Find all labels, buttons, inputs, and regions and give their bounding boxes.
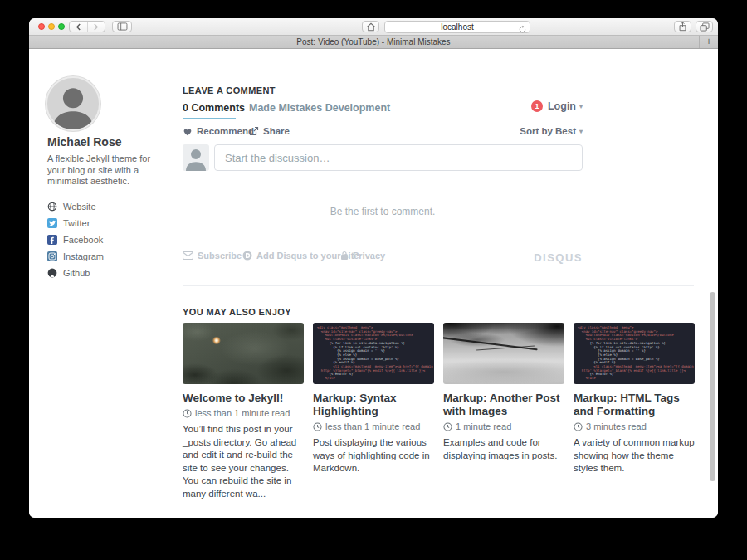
minimize-window-button[interactable]: [48, 23, 55, 30]
clock-icon: [183, 409, 192, 418]
forum-name-link[interactable]: Made Mistakes Development: [249, 102, 390, 114]
sidebar-link-twitter[interactable]: Twitter: [47, 215, 104, 231]
home-button[interactable]: [362, 21, 379, 32]
new-tab-button[interactable]: +: [699, 36, 718, 48]
sidebar-link-github[interactable]: Github: [47, 265, 104, 281]
globe-icon: [47, 202, 57, 212]
subscribe-label: Subscribe: [198, 251, 242, 261]
read-time-label: less than 1 minute read: [325, 421, 420, 431]
reload-icon: [518, 25, 527, 34]
person-silhouette-icon: [47, 78, 99, 129]
tab-overview-button[interactable]: [696, 21, 713, 32]
vertical-scrollbar[interactable]: [710, 292, 715, 481]
related-posts: Welcome to Jekyll! less than 1 minute re…: [183, 323, 695, 500]
sidebar-link-facebook[interactable]: Facebook: [47, 231, 104, 248]
chevron-down-icon: ▾: [579, 103, 583, 110]
sidebar-link-instagram[interactable]: Instagram: [47, 248, 104, 265]
commenter-avatar: [183, 144, 209, 171]
clock-icon: [313, 422, 322, 431]
active-tab-underline: [183, 118, 236, 119]
related-card: Markup: Another Post with Images 1 minut…: [443, 323, 564, 500]
login-label: Login: [548, 100, 576, 112]
sidebar-toggle-button[interactable]: [112, 21, 132, 32]
facebook-icon: [47, 235, 57, 245]
sidebar-link-label: Facebook: [63, 235, 103, 245]
empty-comments-message: Be the first to comment.: [183, 206, 583, 217]
chevron-left-icon: [76, 23, 81, 31]
share-thread-button[interactable]: Share: [249, 126, 290, 136]
disqus-header: 0 Comments Made Mistakes Development 1 L…: [183, 99, 583, 119]
author-avatar: [46, 76, 100, 131]
card-read-time: less than 1 minute read: [183, 408, 304, 418]
share-arrow-icon: [249, 126, 259, 136]
card-image-foam-droplet[interactable]: [183, 323, 304, 384]
read-time-label: 3 minutes read: [586, 421, 647, 431]
sort-label: Sort by Best: [520, 126, 576, 136]
read-time-label: less than 1 minute read: [195, 408, 290, 418]
tab-bar: Post: Video (YouTube) - Minimal Mistakes…: [29, 36, 718, 49]
comment-count-tab[interactable]: 0 Comments: [183, 102, 245, 114]
read-time-label: 1 minute read: [456, 421, 511, 431]
clock-icon: [574, 422, 583, 431]
card-title-link[interactable]: Markup: Syntax Highlighting: [313, 392, 434, 418]
card-excerpt: A variety of common markup showing how t…: [574, 436, 695, 475]
login-menu[interactable]: 1 Login ▾: [531, 100, 583, 112]
card-excerpt: Examples and code for displaying images …: [443, 436, 564, 462]
sidebar-link-label: Website: [63, 202, 96, 212]
active-tab[interactable]: Post: Video (YouTube) - Minimal Mistakes: [29, 36, 718, 48]
share-label: Share: [263, 126, 290, 136]
privacy-link[interactable]: Privacy: [340, 251, 385, 261]
code-line: </ul>: [578, 377, 691, 381]
lock-icon: [340, 251, 349, 261]
clock-icon: [443, 422, 452, 431]
share-icon: [678, 22, 687, 32]
notification-badge: 1: [531, 100, 543, 112]
card-image-code-screenshot[interactable]: <div class="masthead__menu"> <nav id="si…: [574, 323, 695, 384]
recommend-button[interactable]: Recommend: [183, 126, 254, 136]
sidebar-link-label: Twitter: [63, 218, 90, 228]
instagram-icon: [47, 251, 57, 261]
disqus-actions: Recommend Share Sort by Best ▾: [183, 126, 583, 139]
related-card: <div class="masthead__menu"> <nav id="si…: [574, 323, 695, 500]
comments-heading: LEAVE A COMMENT: [183, 85, 276, 95]
heart-icon: [183, 127, 193, 136]
zoom-window-button[interactable]: [58, 23, 65, 30]
sidebar-link-website[interactable]: Website: [47, 198, 104, 215]
page-content: Michael Rose A flexible Jekyll theme for…: [29, 49, 718, 518]
card-image-foggy-trees[interactable]: [443, 323, 564, 384]
related-heading: YOU MAY ALSO ENJOY: [183, 307, 291, 317]
back-button[interactable]: [70, 22, 88, 32]
disqus-logo[interactable]: DISQUS: [534, 251, 583, 264]
card-title-link[interactable]: Markup: HTML Tags and Formatting: [574, 392, 695, 418]
card-excerpt: Post displaying the various ways of high…: [313, 436, 434, 475]
author-name: Michael Rose: [47, 135, 121, 149]
chevron-down-icon: ▾: [579, 128, 583, 135]
sort-by-best-dropdown[interactable]: Sort by Best ▾: [520, 126, 583, 136]
home-icon: [366, 22, 376, 32]
sidebar-icon: [117, 22, 128, 31]
card-excerpt: You’ll find this post in your _posts dir…: [183, 423, 304, 500]
address-bar[interactable]: localhost: [384, 21, 530, 33]
code-line: </ul>: [317, 377, 430, 381]
card-read-time: 3 minutes read: [574, 421, 695, 431]
comment-input[interactable]: [214, 144, 583, 171]
url-text: localhost: [385, 22, 530, 32]
card-image-code-screenshot[interactable]: <div class="masthead__menu"> <nav id="si…: [313, 323, 434, 384]
author-bio: A flexible Jekyll theme for your blog or…: [47, 153, 160, 187]
author-links: Website Twitter Facebook: [47, 198, 104, 281]
share-page-button[interactable]: [674, 21, 691, 32]
person-silhouette-icon: [183, 144, 209, 171]
browser-window: localhost Post: Video (YouTube) -: [29, 18, 718, 518]
browser-toolbar: localhost: [29, 18, 718, 36]
envelope-icon: [183, 251, 193, 260]
card-title-link[interactable]: Markup: Another Post with Images: [443, 392, 564, 418]
card-title-link[interactable]: Welcome to Jekyll!: [183, 392, 304, 405]
subscribe-link[interactable]: Subscribe: [183, 251, 242, 261]
forward-button[interactable]: [88, 22, 105, 32]
sidebar-link-label: Github: [63, 268, 90, 278]
close-window-button[interactable]: [38, 23, 45, 30]
history-nav-group: [69, 21, 105, 32]
related-card: <div class="masthead__menu"> <nav id="si…: [313, 323, 434, 500]
recommend-label: Recommend: [197, 126, 254, 136]
github-icon: [47, 268, 57, 278]
